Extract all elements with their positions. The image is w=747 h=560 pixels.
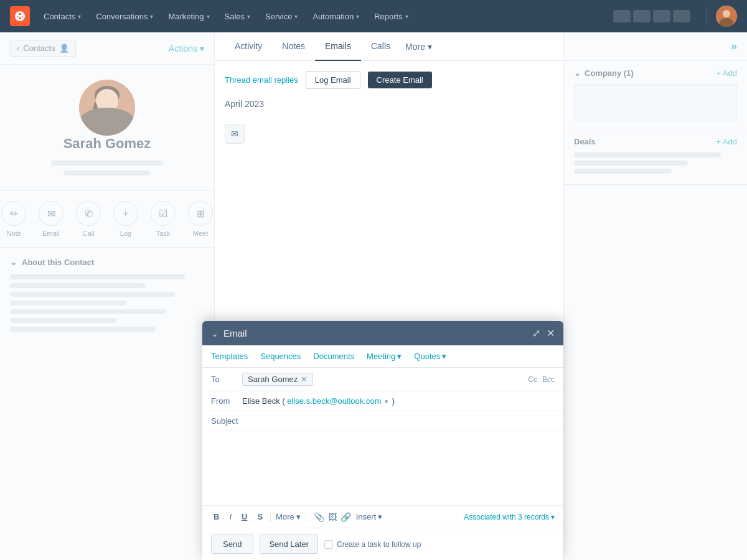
back-to-contacts-button[interactable]: ‹ Contacts 👤	[10, 40, 76, 57]
tab-more[interactable]: More ▾	[400, 32, 437, 60]
nav-sales[interactable]: Sales ▾	[218, 8, 257, 25]
timeline-date: April 2023	[225, 99, 553, 109]
email-item-icon: ✉	[225, 124, 245, 144]
modal-title: ⌄ Email	[211, 328, 247, 338]
bold-button[interactable]: B	[211, 511, 222, 523]
contact-detail-2	[63, 170, 151, 175]
deal-field-3	[574, 169, 672, 174]
meet-icon: ⊞	[188, 201, 213, 226]
call-action[interactable]: ✆ Call	[76, 201, 101, 237]
log-action[interactable]: + Log	[113, 201, 138, 237]
deals-section-title[interactable]: Deals	[574, 137, 596, 146]
bcc-link[interactable]: Bcc	[542, 375, 555, 384]
chevron-down-icon: ▾	[442, 352, 446, 361]
tab-activity[interactable]: Activity	[225, 32, 272, 61]
task-action[interactable]: ☑ Task	[151, 201, 176, 237]
log-email-button[interactable]: Log Email	[306, 71, 360, 89]
insert-button[interactable]: Insert ▾	[356, 512, 383, 521]
company-section-title[interactable]: ⌄ Company (1)	[574, 68, 634, 78]
thread-email-replies-link[interactable]: Thread email replies	[225, 75, 298, 85]
actions-button[interactable]: Actions ▾	[169, 44, 204, 54]
cc-link[interactable]: Cc	[528, 375, 537, 384]
add-deal-link[interactable]: + Add	[716, 137, 737, 146]
hubspot-logo[interactable]	[10, 6, 30, 26]
chevron-down-icon: ▾	[551, 513, 555, 521]
nav-service[interactable]: Service ▾	[259, 8, 304, 25]
company-section-header: ⌄ Company (1) + Add	[574, 68, 737, 78]
email-body[interactable]	[202, 431, 563, 506]
follow-up-label: Create a task to follow up	[337, 540, 421, 549]
nav-automation[interactable]: Automation ▾	[306, 8, 365, 25]
templates-link[interactable]: Templates	[211, 352, 248, 361]
meet-action[interactable]: ⊞ Meet	[188, 201, 213, 237]
send-button[interactable]: Send	[211, 534, 253, 554]
nav-tool-4[interactable]	[673, 10, 690, 22]
tab-notes[interactable]: Notes	[272, 32, 315, 61]
tab-calls[interactable]: Calls	[361, 32, 400, 61]
nav-contacts[interactable]: Contacts ▾	[37, 8, 87, 25]
nav-tool-3[interactable]	[653, 10, 670, 22]
strikethrough-button[interactable]: S	[255, 511, 265, 523]
contact-name: Sarah Gomez	[63, 136, 151, 152]
quotes-link[interactable]: Quotes ▾	[414, 352, 446, 361]
meeting-link[interactable]: Meeting ▾	[367, 352, 402, 361]
chevron-left-icon: ‹	[17, 44, 19, 53]
more-format-button[interactable]: More ▾	[276, 512, 301, 521]
nav-tool-2[interactable]	[633, 10, 651, 22]
tab-emails[interactable]: Emails	[315, 32, 361, 61]
to-recipient-tag[interactable]: Sarah Gomez ✕	[242, 373, 313, 386]
nav-divider	[707, 7, 707, 26]
from-dropdown-icon[interactable]: ▾	[385, 398, 388, 405]
italic-button[interactable]: I	[227, 511, 234, 523]
timeline-email-item: ✉	[225, 116, 553, 151]
to-field: To Sarah Gomez ✕ Cc Bcc	[202, 368, 563, 391]
chevron-down-icon: ▾	[405, 13, 408, 20]
about-field-7	[10, 327, 156, 332]
about-field-5	[10, 309, 166, 314]
remove-recipient-icon[interactable]: ✕	[301, 375, 308, 384]
about-field-4	[10, 301, 126, 306]
add-company-link[interactable]: + Add	[716, 68, 737, 78]
main-content: ‹ Contacts 👤 Actions ▾ Sarah Go	[0, 32, 747, 560]
nav-reports[interactable]: Reports ▾	[368, 8, 415, 25]
note-icon: ✏	[1, 201, 26, 226]
modal-expand-icon[interactable]: ⤢	[532, 327, 540, 339]
associated-records-link[interactable]: Associated with 3 records ▾	[464, 513, 555, 521]
contact-detail-1	[51, 161, 163, 166]
top-navigation: Contacts ▾ Conversations ▾ Marketing ▾ S…	[0, 0, 747, 32]
send-later-button[interactable]: Send Later	[260, 534, 318, 554]
about-section: ⌄ About this Contact	[0, 248, 214, 345]
modal-collapse-icon[interactable]: ⌄	[211, 329, 218, 338]
log-label: Log	[120, 230, 131, 237]
chevron-down-icon: ▾	[378, 512, 382, 521]
nav-conversations[interactable]: Conversations ▾	[90, 8, 159, 25]
note-label: Note	[6, 230, 21, 237]
from-email-link[interactable]: elise.s.beck@outlook.com	[287, 396, 381, 406]
nav-tools	[613, 10, 690, 22]
expand-panel-icon[interactable]: »	[731, 40, 737, 53]
about-field-6	[10, 318, 117, 323]
format-toolbar: B I U S More ▾ 📎 🖼 🔗 Insert ▾	[202, 506, 563, 528]
task-icon: ☑	[151, 201, 176, 226]
chevron-down-icon: ▾	[356, 13, 359, 20]
user-avatar[interactable]	[716, 6, 737, 27]
link-icon[interactable]: 🔗	[341, 512, 351, 522]
sequences-link[interactable]: Sequences	[260, 352, 301, 361]
note-action[interactable]: ✏ Note	[1, 201, 26, 237]
image-icon[interactable]: 🖼	[328, 512, 337, 522]
modal-toolbar: Templates Sequences Documents Meeting ▾ …	[202, 345, 563, 368]
nav-tool-1[interactable]	[613, 10, 631, 22]
paperclip-icon[interactable]: 📎	[314, 512, 324, 522]
about-header[interactable]: ⌄ About this Contact	[10, 258, 204, 267]
create-email-button[interactable]: Create Email	[368, 72, 432, 88]
documents-link[interactable]: Documents	[313, 352, 354, 361]
deal-field-1	[574, 152, 721, 157]
underline-button[interactable]: U	[239, 511, 250, 523]
chevron-down-icon: ▾	[428, 42, 432, 52]
follow-up-checkbox[interactable]	[324, 540, 333, 549]
phone-icon: ✆	[76, 201, 101, 226]
modal-close-icon[interactable]: ✕	[547, 327, 555, 339]
email-action[interactable]: ✉ Email	[39, 201, 63, 237]
nav-marketing[interactable]: Marketing ▾	[162, 8, 215, 25]
subject-input[interactable]	[242, 416, 555, 426]
